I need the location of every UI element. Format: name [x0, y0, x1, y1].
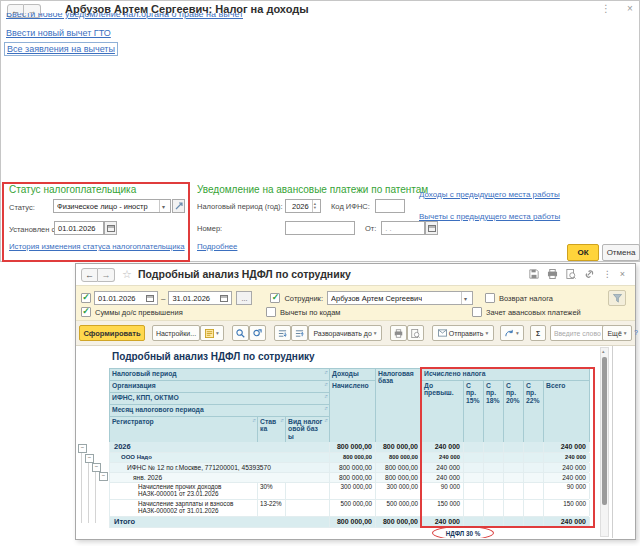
link-new-notification-text[interactable]: Ввести новое уведомление нал.органа о пр…: [6, 13, 243, 19]
table-row-organization[interactable]: ООО Надо 800 000,00 800 000,00 240 000 2…: [109, 453, 589, 463]
cancel-button[interactable]: Отмена: [602, 244, 640, 261]
table-row-year[interactable]: 2026 800 000,00 800 000,00 240 000 240 0…: [109, 442, 589, 453]
header-rate-18[interactable]: С пр. 18%: [484, 381, 504, 443]
calendar-button[interactable]: [104, 221, 117, 235]
sort-icon[interactable]: ↓↑: [324, 382, 327, 391]
sort-icon[interactable]: ↓↑: [324, 406, 327, 415]
tree-collapse-box[interactable]: −: [85, 454, 94, 463]
header-organization[interactable]: Организация↓↑: [110, 381, 330, 393]
link-previous-deductions[interactable]: Вычеты с предыдущего места работы: [419, 212, 560, 221]
from-date-input[interactable]: . .: [381, 221, 425, 235]
back-button[interactable]: ←: [81, 268, 98, 282]
link-previous-income[interactable]: Доходы с предыдущего места работы: [419, 190, 560, 199]
calendar-icon[interactable]: [146, 294, 154, 302]
expand-to-button[interactable]: Разворачивать до▾: [308, 325, 382, 341]
tree-collapse-box[interactable]: −: [99, 472, 108, 481]
settings-button[interactable]: Настройки...: [152, 325, 200, 341]
find-button[interactable]: [232, 325, 249, 341]
forward-button[interactable]: →: [98, 268, 115, 282]
header-rate[interactable]: Ставка↓↑: [258, 417, 286, 443]
header-month[interactable]: Месяц налогового периода↓↑: [110, 405, 330, 417]
header-ifns[interactable]: ИФНС, КПП, ОКТМО↓↑: [110, 393, 330, 405]
expand-groups-button[interactable]: [291, 325, 308, 341]
date-to-input[interactable]: 31.01.2026: [168, 291, 232, 305]
vertical-scrollbar[interactable]: ▴: [600, 347, 609, 537]
generate-button[interactable]: Сформировать: [79, 325, 145, 341]
header-rate-15[interactable]: С пр. 15%: [464, 381, 484, 443]
employee-checkbox[interactable]: ✓: [270, 293, 280, 303]
header-accrued[interactable]: Начислено: [330, 381, 376, 443]
status-combobox[interactable]: Физическое лицо - иностр ▾: [53, 199, 171, 213]
header-rate-20[interactable]: С пр. 20%: [504, 381, 524, 443]
report-variants-button[interactable]: ▾: [200, 325, 224, 341]
header-calculated-tax[interactable]: Исчислено налога: [422, 369, 590, 381]
chevron-down-icon[interactable]: ▾: [461, 292, 469, 304]
excess-sums-checkbox[interactable]: ✓: [81, 307, 91, 317]
table-row-total[interactable]: Итого 800 000,00 800 000,00 240 000 240 …: [109, 517, 589, 528]
header-before-excess[interactable]: До превыш.: [422, 381, 464, 443]
table-row-ifns[interactable]: ИФНС № 12 по г.Москве, 771200001, 453935…: [109, 463, 589, 473]
date-from-input[interactable]: 01.01.2026: [94, 291, 158, 305]
ok-button[interactable]: ОК: [567, 244, 599, 261]
preview-icon[interactable]: [566, 269, 576, 279]
calendar-icon[interactable]: [220, 294, 228, 302]
help-link[interactable]: ?: [634, 329, 638, 336]
calendar-button[interactable]: [425, 221, 438, 235]
save-icon[interactable]: [529, 269, 539, 279]
tree-collapse-box[interactable]: −: [92, 463, 101, 472]
sort-icon[interactable]: ↓↑: [324, 370, 327, 379]
sort-icon[interactable]: ↓↑: [280, 418, 283, 441]
period-input[interactable]: 2026 ▴▾: [285, 199, 321, 213]
header-period[interactable]: Налоговый период↓↑: [110, 369, 330, 381]
header-tax-base[interactable]: Налоговая база: [376, 369, 422, 443]
header-total[interactable]: Всего: [544, 381, 590, 443]
link-new-gto-deduction[interactable]: Ввести новый вычет ГТО: [6, 28, 111, 38]
print-icon[interactable]: [547, 269, 558, 279]
set-from-date-input[interactable]: 01.01.2026: [54, 221, 104, 235]
deduction-codes-checkbox[interactable]: [266, 307, 276, 317]
tax-refund-checkbox[interactable]: [485, 293, 495, 303]
employee-combobox[interactable]: Арбузов Артем Сергеевич ▾: [327, 291, 473, 305]
choose-period-button[interactable]: ...: [236, 291, 252, 305]
open-status-button[interactable]: [172, 199, 185, 213]
header-income[interactable]: Доходы: [330, 369, 376, 381]
more-menu-icon[interactable]: ⋮: [603, 269, 612, 279]
table-row-month[interactable]: янв. 2026 800 000,00 800 000,00 240 000 …: [109, 473, 589, 483]
preview-button[interactable]: [407, 325, 424, 341]
related-links-button[interactable]: ▾: [500, 325, 524, 341]
find-next-button[interactable]: [249, 325, 266, 341]
period-checkbox[interactable]: ✓: [81, 293, 91, 303]
link-icon[interactable]: [584, 269, 595, 279]
send-button[interactable]: Отправить▾: [432, 325, 494, 341]
header-rate-22[interactable]: С пр. 22%: [524, 381, 544, 443]
link-all-applications[interactable]: Все заявления на вычеты: [4, 42, 118, 56]
tree-collapse-box[interactable]: −: [78, 444, 87, 453]
sort-icon[interactable]: ↓↑: [252, 418, 255, 441]
more-menu-icon[interactable]: ⋮: [601, 4, 611, 14]
advance-offset-checkbox[interactable]: [472, 307, 482, 317]
link-status-history[interactable]: История изменения статуса налогоплательщ…: [9, 242, 185, 251]
close-icon[interactable]: ×: [627, 4, 633, 14]
print-button[interactable]: [390, 325, 407, 341]
chevron-down-icon[interactable]: ▾: [159, 200, 167, 212]
ifns-code-input[interactable]: [375, 199, 405, 213]
collapse-groups-button[interactable]: [274, 325, 291, 341]
link-new-notification[interactable]: Ввести новое уведомление нал.органа о пр…: [6, 13, 243, 22]
report-area: Подробный анализ НДФЛ по сотруднику Нало…: [76, 346, 633, 538]
scroll-up-icon[interactable]: ▴: [602, 349, 605, 354]
link-details[interactable]: Подробнее: [197, 242, 237, 251]
sum-button[interactable]: Σ: [530, 325, 546, 341]
table-row-document[interactable]: Начисление зарплаты и взносов НАЗК-00000…: [109, 500, 589, 517]
sort-icon[interactable]: ↓↑: [324, 418, 327, 441]
number-input[interactable]: [285, 221, 355, 235]
close-icon[interactable]: ×: [620, 269, 625, 279]
sort-icon[interactable]: ↓↑: [324, 394, 327, 403]
favorite-star-icon[interactable]: ☆: [122, 268, 132, 281]
spinner-icon[interactable]: ▴▾: [312, 200, 317, 212]
scrollbar-thumb[interactable]: [602, 357, 607, 505]
more-actions-button[interactable]: Ещё▾: [602, 325, 632, 341]
header-registrar[interactable]: Регистратор↓↑: [110, 417, 258, 443]
filter-settings-button[interactable]: [608, 290, 626, 306]
header-tax-base-kind[interactable]: Вид налоговой базы↓↑: [286, 417, 330, 443]
table-row-document[interactable]: Начисление прочих доходов НАЗК-000001 от…: [109, 483, 589, 500]
